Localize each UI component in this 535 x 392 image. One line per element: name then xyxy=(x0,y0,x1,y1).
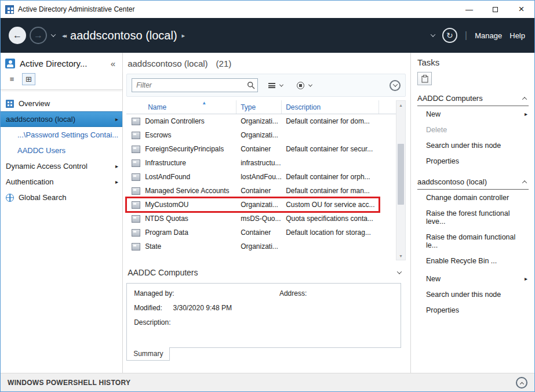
window-title: Active Directory Administrative Center xyxy=(18,5,456,13)
chevron-up-icon[interactable] xyxy=(522,97,527,101)
close-button[interactable]: × xyxy=(508,1,534,18)
overview-icon xyxy=(6,100,14,108)
container-icon xyxy=(132,229,140,237)
row-name: LostAndFound xyxy=(145,173,190,181)
back-button[interactable]: ← xyxy=(9,27,26,44)
filter-input[interactable] xyxy=(132,78,258,92)
task-change-domain-controller[interactable]: Change domain controller xyxy=(417,190,529,205)
infrastructure-icon xyxy=(132,159,140,167)
tasks-pane: Tasks AADDC Computers New ▸ Delete Searc… xyxy=(410,53,534,373)
task-section-aaddscontoso[interactable]: aaddscontoso (local) xyxy=(417,175,529,190)
refresh-button[interactable]: ↻ xyxy=(442,28,457,43)
nav-history-chevron-icon[interactable] xyxy=(51,32,56,37)
task-new[interactable]: New ▸ xyxy=(417,106,529,122)
column-header-name[interactable]: Name xyxy=(126,100,236,114)
submenu-arrow-icon[interactable]: ▸ xyxy=(115,116,118,122)
task-label: New xyxy=(426,110,441,118)
table-row-mycustomou-highlighted[interactable]: MyCustomOU Organizati... Custom OU for s… xyxy=(126,198,379,212)
table-row[interactable]: ForeignSecurityPrincipals Container Defa… xyxy=(126,142,379,156)
tasks-clipboard-button[interactable] xyxy=(417,72,432,85)
breadcrumb-arrow-icon[interactable]: ▸ xyxy=(182,32,185,39)
quota-icon xyxy=(132,215,140,223)
sidebar-item-overview[interactable]: Overview xyxy=(1,96,122,111)
filter-wrap xyxy=(132,78,258,92)
task-new[interactable]: New ▸ xyxy=(417,271,529,286)
nav-divider: | xyxy=(465,30,467,41)
row-name: Infrastructure xyxy=(145,159,186,167)
row-name: State xyxy=(145,242,161,251)
chevron-down-icon[interactable] xyxy=(397,269,402,274)
scroll-down-icon[interactable]: ▾ xyxy=(396,252,405,260)
submenu-arrow-icon[interactable]: ▸ xyxy=(115,163,118,169)
table-row[interactable]: Domain Controllers Organizati... Default… xyxy=(126,114,379,128)
view-options-button[interactable] xyxy=(265,81,286,90)
sidebar-items: Overview aaddscontoso (local) ▸ ...\Pass… xyxy=(1,90,122,205)
powershell-history-bar[interactable]: WINDOWS POWERSHELL HISTORY xyxy=(1,373,534,391)
summary-tab[interactable]: Summary xyxy=(126,347,170,361)
nav-dropdown-chevron-icon[interactable] xyxy=(431,32,435,37)
chevron-up-icon[interactable] xyxy=(522,180,527,185)
sidebar-item-password-settings[interactable]: ...\Password Settings Contai... xyxy=(1,127,122,143)
save-query-button[interactable] xyxy=(293,79,315,92)
row-description: Quota specifications conta... xyxy=(282,215,379,223)
task-raise-forest-functional-level[interactable]: Raise the forest functional leve... xyxy=(417,205,529,229)
sidebar-item-label: aaddscontoso (local) xyxy=(6,115,75,124)
task-label: Change domain controller xyxy=(426,194,509,202)
sort-ascending-icon[interactable]: ▲ xyxy=(202,100,206,106)
column-header-description[interactable]: Description xyxy=(282,100,379,114)
sidebar-item-authentication[interactable]: Authentication ▸ xyxy=(1,174,122,190)
row-type: lostAndFou... xyxy=(236,173,282,181)
forward-button[interactable]: → xyxy=(30,27,47,44)
breadcrumb[interactable]: aaddscontoso (local) xyxy=(70,29,177,42)
task-section-aaddc-computers[interactable]: AADDC Computers xyxy=(417,92,529,106)
submenu-arrow-icon: ▸ xyxy=(525,275,527,282)
sidebar-item-global-search[interactable]: Global Search xyxy=(1,190,122,205)
sidebar-item-aaddscontoso[interactable]: aaddscontoso (local) ▸ xyxy=(1,111,122,127)
table-row[interactable]: Program Data Container Default location … xyxy=(126,226,379,239)
task-properties[interactable]: Properties xyxy=(417,153,529,169)
tree-view-icon[interactable]: ⊞ xyxy=(22,73,35,85)
task-label: Properties xyxy=(426,306,459,314)
list-view-icon[interactable]: ≡ xyxy=(5,73,19,85)
task-raise-domain-functional-level[interactable]: Raise the domain functional le... xyxy=(417,229,529,253)
submenu-arrow-icon[interactable]: ▸ xyxy=(115,179,118,185)
minimize-button[interactable]: — xyxy=(456,1,482,18)
list-options-icon xyxy=(268,83,275,88)
scroll-up-icon[interactable]: ▴ xyxy=(396,101,405,109)
sidebar-item-aaddc-users[interactable]: AADDC Users xyxy=(1,143,122,158)
task-label: Search under this node xyxy=(426,141,501,150)
detail-section-header[interactable]: AADDC Computers xyxy=(126,265,406,280)
expand-query-button[interactable] xyxy=(390,80,401,91)
table-row[interactable]: Escrows Organizati... xyxy=(126,128,379,142)
task-label: Raise the forest functional leve... xyxy=(426,209,527,226)
task-search-under-node[interactable]: Search under this node xyxy=(417,286,529,302)
task-label: Raise the domain functional le... xyxy=(426,233,527,249)
help-menu[interactable]: Help xyxy=(509,31,525,40)
sidebar-item-dynamic-access-control[interactable]: Dynamic Access Control ▸ xyxy=(1,158,122,174)
task-search-under-node[interactable]: Search under this node xyxy=(417,137,529,153)
breadcrumb-chevrons-icon[interactable]: ◂◂ xyxy=(62,32,65,39)
table-row[interactable]: NTDS Quotas msDS-Quo... Quota specificat… xyxy=(126,212,379,226)
title-bar: Active Directory Administrative Center —… xyxy=(1,1,534,18)
task-label: Search under this node xyxy=(426,291,501,299)
sidebar-collapse-button[interactable]: « xyxy=(108,59,118,68)
column-header-type[interactable]: Type xyxy=(236,100,282,114)
table-row[interactable]: LostAndFound lostAndFou... Default conta… xyxy=(126,170,379,184)
expand-history-button[interactable] xyxy=(516,377,527,389)
row-name: Managed Service Accounts xyxy=(145,187,229,195)
search-icon[interactable] xyxy=(247,81,255,89)
vertical-scrollbar[interactable]: ▴ ▾ xyxy=(396,100,406,260)
task-properties[interactable]: Properties xyxy=(417,302,529,318)
table-row[interactable]: Managed Service Accounts Container Defau… xyxy=(126,184,379,198)
manage-menu[interactable]: Manage xyxy=(475,31,502,40)
task-section-title: AADDC Computers xyxy=(417,94,483,103)
task-enable-recycle-bin[interactable]: Enable Recycle Bin ... xyxy=(417,253,529,268)
scrollbar-track[interactable] xyxy=(396,109,405,252)
modified-value: 3/30/2020 9:48 PM xyxy=(173,304,231,312)
maximize-button[interactable] xyxy=(482,1,508,18)
ou-icon xyxy=(132,118,140,125)
sidebar-item-label: Dynamic Access Control xyxy=(6,162,88,170)
scrollbar-thumb[interactable] xyxy=(398,144,404,205)
table-row[interactable]: State Organizati... xyxy=(126,239,379,253)
table-row[interactable]: Infrastructure infrastructu... xyxy=(126,156,379,170)
